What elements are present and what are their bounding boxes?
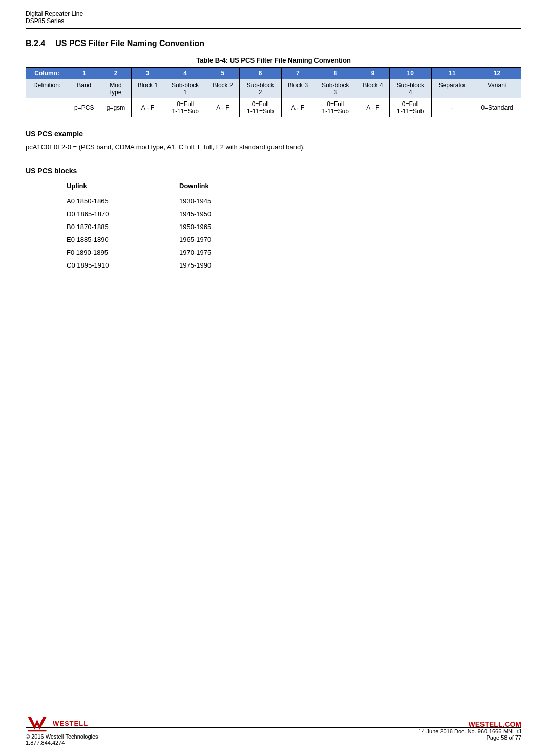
table-header-row: Column: 1 2 3 4 5 6 7 8 9 10 11 12	[26, 68, 521, 79]
def-cell-6: Sub-block 2	[239, 79, 281, 98]
def-cell-4: Sub-block 1	[164, 79, 206, 98]
def-cell-10: Sub-block 4	[389, 79, 431, 98]
val-cell-6: 0=Full 1-11=Sub	[239, 98, 281, 117]
val-cell-11: -	[431, 98, 473, 117]
col-header-10: 10	[389, 68, 431, 79]
val-cell-10: 0=Full 1-11=Sub	[389, 98, 431, 117]
blocks-section: US PCS blocks Uplink Downlink A0 1850-18…	[26, 167, 521, 272]
col-header-12: 12	[473, 68, 521, 79]
example-text: pcA1C0E0F2-0 = (PCS band, CDMA mod type,…	[26, 142, 521, 152]
definition-row: Definition: Band Mod type Block 1 Sub-bl…	[26, 79, 521, 98]
block-downlink-3: 1965-1970	[179, 233, 292, 246]
block-uplink-1: D0 1865-1870	[67, 208, 179, 220]
block-downlink-5: 1975-1990	[179, 259, 292, 272]
footer-phone: 1.877.844.4274	[26, 740, 98, 746]
footer-brand: WESTELL	[53, 720, 88, 727]
col-header-7: 7	[281, 68, 314, 79]
block-uplink-2: B0 1870-1885	[67, 220, 179, 233]
footer-website: WESTELL.COM	[418, 720, 521, 728]
val-cell-8: 0=Full 1-11=Sub	[314, 98, 356, 117]
def-label: Definition:	[26, 79, 68, 98]
blocks-title: US PCS blocks	[26, 167, 521, 175]
westell-logo-icon	[26, 714, 49, 732]
col-header-4: 4	[164, 68, 206, 79]
val-cell-7: A - F	[281, 98, 314, 117]
svg-marker-0	[28, 717, 47, 730]
footer-logo: WESTELL	[26, 714, 98, 732]
block-uplink-4: F0 1890-1895	[67, 246, 179, 259]
block-uplink-0: A0 1850-1865	[67, 195, 179, 208]
col-header-9: 9	[356, 68, 389, 79]
col-header-label: Column:	[26, 68, 68, 79]
block-downlink-1: 1945-1950	[179, 208, 292, 220]
section-heading: US PCS Filter File Naming Convention	[55, 39, 204, 48]
col-header-11: 11	[431, 68, 473, 79]
blocks-downlink-header: Downlink	[179, 179, 292, 195]
block-downlink-2: 1950-1965	[179, 220, 292, 233]
val-cell-12: 0=Standard	[473, 98, 521, 117]
block-uplink-5: C0 1895-1910	[67, 259, 179, 272]
example-title: US PCS example	[26, 130, 521, 138]
col-header-8: 8	[314, 68, 356, 79]
val-cell-2: g=gsm	[100, 98, 131, 117]
footer: WESTELL © 2016 Westell Technologies 1.87…	[26, 714, 521, 746]
header-divider	[26, 28, 521, 29]
company-name: Digital Repeater Line	[26, 10, 521, 17]
col-header-6: 6	[239, 68, 281, 79]
col-header-1: 1	[68, 68, 100, 79]
val-cell-9: A - F	[356, 98, 389, 117]
section-title: B.2.4 US PCS Filter File Naming Conventi…	[26, 39, 521, 48]
val-cell-3: A - F	[131, 98, 164, 117]
val-cell-4: 0=Full 1-11=Sub	[164, 98, 206, 117]
def-cell-8: Sub-block 3	[314, 79, 356, 98]
blocks-grid: Uplink Downlink A0 1850-18651930-1945D0 …	[67, 179, 521, 272]
col-header-5: 5	[206, 68, 239, 79]
col-header-3: 3	[131, 68, 164, 79]
footer-right: WESTELL.COM 14 June 2016 Doc. No. 960-16…	[418, 720, 521, 741]
val-label	[26, 98, 68, 117]
def-cell-1: Band	[68, 79, 100, 98]
val-cell-1: p=PCS	[68, 98, 100, 117]
val-cell-5: A - F	[206, 98, 239, 117]
value-row: p=PCS g=gsm A - F 0=Full 1-11=Sub A - F …	[26, 98, 521, 117]
product-line: DSP85 Series	[26, 17, 521, 25]
section-number: B.2.4	[26, 39, 45, 48]
table-caption: Table B-4: US PCS Filter File Naming Con…	[26, 56, 521, 64]
def-cell-9: Block 4	[356, 79, 389, 98]
svg-rect-1	[28, 730, 47, 731]
def-cell-11: Separator	[431, 79, 473, 98]
footer-date-doc: 14 June 2016 Doc. No. 960-1666-MNL rJ	[418, 728, 521, 734]
def-cell-12: Variant	[473, 79, 521, 98]
block-downlink-0: 1930-1945	[179, 195, 292, 208]
block-downlink-4: 1970-1975	[179, 246, 292, 259]
naming-convention-table: Column: 1 2 3 4 5 6 7 8 9 10 11 12 Defin…	[26, 67, 521, 117]
def-cell-2: Mod type	[100, 79, 131, 98]
def-cell-5: Block 2	[206, 79, 239, 98]
blocks-uplink-header: Uplink	[67, 179, 179, 195]
footer-copyright: © 2016 Westell Technologies	[26, 733, 98, 740]
block-uplink-3: E0 1885-1890	[67, 233, 179, 246]
def-cell-7: Block 3	[281, 79, 314, 98]
footer-left: WESTELL © 2016 Westell Technologies 1.87…	[26, 714, 98, 746]
footer-page: Page 58 of 77	[418, 734, 521, 741]
def-cell-3: Block 1	[131, 79, 164, 98]
col-header-2: 2	[100, 68, 131, 79]
